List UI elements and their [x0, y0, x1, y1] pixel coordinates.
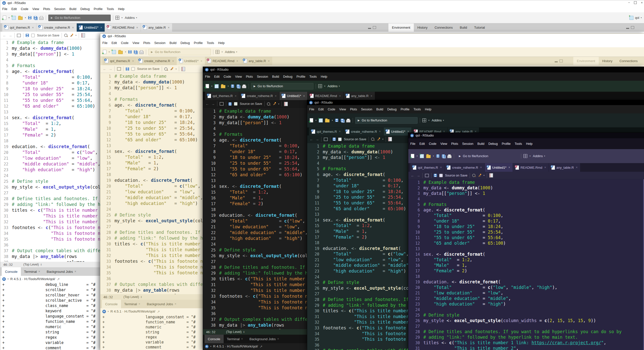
- code-tools-icon[interactable]: [70, 34, 73, 37]
- menu-item-help[interactable]: Help: [524, 142, 535, 146]
- menu-item-view[interactable]: View: [233, 75, 244, 78]
- tab-close-icon[interactable]: ×: [275, 94, 277, 98]
- editor-tab-any-table-r[interactable]: any_table.R×: [241, 57, 272, 65]
- editor-tab-untitled1-[interactable]: Untitled1*×: [485, 163, 513, 172]
- print-icon[interactable]: [346, 120, 350, 122]
- source-on-save-checkbox[interactable]: [31, 34, 35, 37]
- menu-item-plots[interactable]: Plots: [141, 41, 152, 45]
- console-tab-console[interactable]: Console: [102, 300, 121, 308]
- code-tools-icon[interactable]: [272, 102, 276, 106]
- editor-tab-readme-rmd[interactable]: README.Rmd×: [105, 23, 141, 32]
- menu-item-file[interactable]: File: [307, 108, 316, 111]
- show-in-new-window-icon[interactable]: [17, 34, 21, 37]
- menu-item-build[interactable]: Build: [270, 75, 281, 78]
- maximize-pane-icon[interactable]: [559, 60, 563, 62]
- compile-report-icon[interactable]: [489, 173, 493, 178]
- save-all-icon[interactable]: [341, 119, 344, 122]
- menu-item-build[interactable]: Build: [168, 41, 179, 45]
- tab-close-icon[interactable]: ×: [74, 270, 76, 273]
- tab-close-icon[interactable]: ×: [268, 59, 270, 63]
- editor-tab-readme-rmd[interactable]: README.Rmd×: [513, 163, 549, 172]
- maximize-pane-icon[interactable]: [373, 26, 376, 29]
- back-icon[interactable]: ←: [206, 102, 209, 106]
- editor-tab-create-rstheme-r[interactable]: create_rstheme.R×: [445, 163, 484, 172]
- menu-item-code[interactable]: Code: [119, 41, 131, 45]
- editor-tab-qol-themes-r[interactable]: qol_themes.R×: [410, 163, 444, 172]
- menu-item-profile[interactable]: Profile: [294, 75, 307, 78]
- menu-item-plots[interactable]: Plots: [244, 75, 255, 78]
- goto-file-function-input[interactable]: ▶ Go to file/function: [48, 15, 111, 21]
- menu-item-edit[interactable]: Edit: [417, 142, 427, 146]
- pane-layout-dropdown-icon[interactable]: ▾: [428, 119, 429, 121]
- pane-layout-dropdown-icon[interactable]: ▾: [122, 17, 123, 19]
- menu-item-help[interactable]: Help: [216, 41, 227, 45]
- console-tab-terminal[interactable]: Terminal×: [121, 300, 144, 308]
- open-file-icon[interactable]: [426, 155, 431, 158]
- menu-item-session[interactable]: Session: [255, 75, 270, 78]
- save-all-icon[interactable]: [34, 16, 37, 19]
- open-file-dropdown-icon[interactable]: ▾: [125, 51, 126, 53]
- menu-item-plots[interactable]: Plots: [449, 142, 460, 146]
- menu-item-session[interactable]: Session: [152, 41, 167, 45]
- tab-close-icon[interactable]: ×: [480, 166, 482, 169]
- menu-item-view[interactable]: View: [337, 108, 348, 111]
- save-all-icon[interactable]: [236, 84, 240, 88]
- addins-menu[interactable]: Addins ▾: [533, 154, 545, 158]
- new-file-dropdown-icon[interactable]: ▾: [417, 155, 418, 157]
- new-file-dropdown-icon[interactable]: ▾: [109, 51, 110, 53]
- menu-item-profile[interactable]: Profile: [192, 41, 205, 45]
- menu-item-session[interactable]: Session: [52, 7, 67, 11]
- pane-layout-icon[interactable]: [524, 154, 527, 158]
- menu-item-file[interactable]: File: [100, 41, 109, 45]
- maximize-button[interactable]: [634, 1, 637, 4]
- tab-close-icon[interactable]: ×: [32, 26, 34, 29]
- source-on-save-checkbox[interactable]: [131, 67, 135, 71]
- menu-item-code[interactable]: Code: [222, 75, 233, 78]
- forward-icon[interactable]: →: [417, 173, 420, 178]
- tab-close-icon[interactable]: ×: [38, 270, 40, 273]
- console-tab-console[interactable]: Console: [205, 335, 224, 343]
- goto-file-function-input[interactable]: ▶ Go to file/function: [456, 153, 519, 159]
- code-editor[interactable]: 1# Example data frame2my_data <- dummy_d…: [408, 179, 644, 350]
- source-on-save-checkbox[interactable]: [338, 138, 342, 141]
- menu-item-profile[interactable]: Profile: [500, 142, 512, 146]
- find-replace-icon[interactable]: [472, 174, 475, 177]
- addins-menu[interactable]: Addins ▾: [125, 16, 137, 20]
- new-file-icon[interactable]: [411, 154, 414, 158]
- console-tab-console[interactable]: Console: [2, 267, 21, 276]
- new-file-icon[interactable]: [310, 118, 313, 122]
- save-icon[interactable]: [436, 154, 439, 158]
- tab-close-icon[interactable]: ×: [277, 337, 279, 341]
- menu-item-edit[interactable]: Edit: [316, 108, 326, 111]
- tab-close-icon[interactable]: ×: [100, 26, 102, 29]
- menu-item-edit[interactable]: Edit: [9, 7, 19, 11]
- menu-item-help[interactable]: Help: [319, 75, 329, 78]
- code-tools-icon[interactable]: [478, 174, 481, 177]
- new-project-icon[interactable]: [112, 50, 116, 54]
- open-file-icon[interactable]: [118, 51, 123, 54]
- menu-item-session[interactable]: Session: [359, 108, 374, 111]
- tab-close-icon[interactable]: ×: [371, 94, 372, 98]
- save-source-icon[interactable]: [26, 34, 29, 37]
- menu-item-debug[interactable]: Debug: [281, 75, 295, 78]
- menu-item-plots[interactable]: Plots: [348, 108, 359, 111]
- window-titlebar[interactable]: qol - RStudio: [100, 34, 644, 39]
- forward-icon[interactable]: →: [9, 33, 12, 37]
- menu-item-build[interactable]: Build: [374, 108, 385, 111]
- tab-close-icon[interactable]: ×: [175, 302, 176, 306]
- env-tab-history[interactable]: History: [414, 23, 431, 32]
- env-tab-build[interactable]: Build: [456, 23, 471, 32]
- console-r-caret-icon[interactable]: ▾: [108, 310, 109, 313]
- open-file-icon[interactable]: [325, 119, 330, 122]
- tab-close-icon[interactable]: ×: [576, 166, 578, 169]
- open-folder-arrow-icon[interactable]: ↗: [157, 310, 160, 314]
- scope-selector[interactable]: (Top Level): [124, 295, 139, 299]
- code-tools-icon[interactable]: [377, 138, 380, 141]
- editor-tab-qol-themes-r[interactable]: qol_themes.R×: [309, 127, 343, 136]
- open-file-icon[interactable]: [18, 17, 23, 20]
- window-titlebar[interactable]: qol - RStudio: [203, 67, 644, 72]
- tab-close-icon[interactable]: ×: [72, 26, 74, 29]
- forward-icon[interactable]: →: [315, 137, 319, 141]
- menu-item-tools[interactable]: Tools: [513, 142, 524, 146]
- menu-item-help[interactable]: Help: [423, 108, 433, 111]
